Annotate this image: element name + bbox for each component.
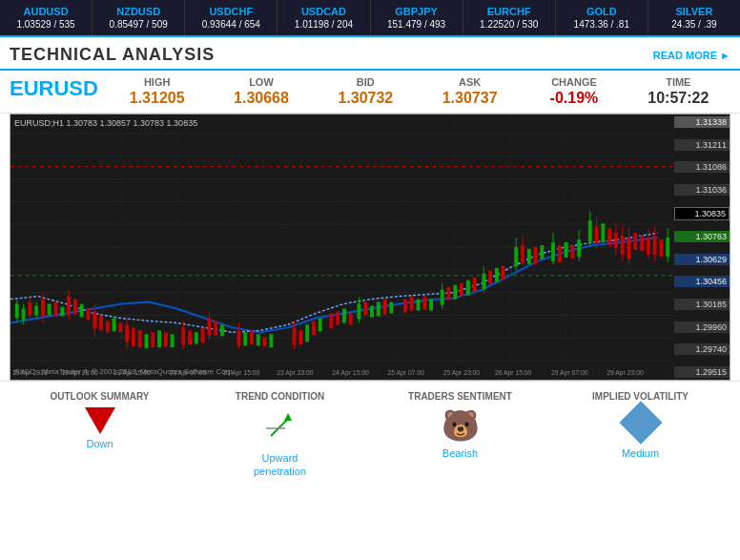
ticker-item-nzdusd[interactable]: NZDUSD 0.85497 / 509 — [92, 0, 185, 35]
svg-rect-37 — [60, 307, 64, 317]
ticker-name-7: SILVER — [656, 6, 732, 17]
svg-rect-95 — [429, 300, 433, 311]
ticker-item-usdcad[interactable]: USDCAD 1.01198 / 204 — [278, 0, 370, 35]
svg-rect-71 — [257, 334, 260, 345]
svg-rect-48 — [118, 322, 122, 332]
price-label-2: 1.31086 — [674, 161, 730, 173]
stat-ask-label: ASK — [432, 76, 508, 88]
svg-rect-88 — [377, 302, 380, 317]
svg-rect-82 — [342, 309, 346, 323]
svg-rect-100 — [460, 283, 463, 297]
svg-rect-94 — [422, 297, 426, 310]
ticker-name-6: GOLD — [564, 6, 640, 17]
ticker-value-4: 151.479 / 493 — [379, 19, 455, 30]
ticker-name-2: USDCHF — [193, 6, 269, 17]
indicator-trend: TREND CONDITION Upwardpenetration — [190, 391, 370, 479]
svg-rect-114 — [540, 245, 544, 259]
svg-marker-157 — [284, 413, 292, 421]
svg-rect-42 — [86, 309, 90, 321]
ticker-item-usdchf[interactable]: USDCHF 0.93644 / 654 — [185, 0, 278, 35]
svg-rect-140 — [659, 239, 663, 257]
svg-rect-119 — [570, 245, 574, 259]
indicator-outlook-title: OUTLOOK SUMMARY — [10, 391, 190, 402]
svg-rect-99 — [453, 285, 457, 300]
svg-rect-53 — [145, 334, 149, 348]
price-label-9: 1.29740 — [674, 343, 730, 355]
stat-change: CHANGE -0.19% — [536, 76, 612, 107]
price-label-7: 1.30185 — [674, 299, 730, 310]
diamond-icon — [619, 401, 662, 444]
svg-rect-117 — [558, 245, 562, 262]
ticker-value-6: 1473.36 / .81 — [564, 19, 640, 30]
svg-rect-83 — [349, 314, 353, 325]
section-title: TECHNICAL ANALYSIS — [10, 45, 215, 65]
svg-rect-134 — [633, 233, 637, 250]
price-label-bid: 1.30835 — [674, 207, 730, 220]
svg-rect-65 — [214, 321, 217, 335]
ticker-name-1: NZDUSD — [100, 6, 176, 17]
svg-rect-98 — [447, 287, 451, 301]
ticker-name-5: EURCHF — [471, 6, 547, 17]
instrument-name: EURUSD — [10, 76, 105, 101]
svg-rect-69 — [243, 332, 247, 345]
price-label-10: 1.29515 — [674, 366, 730, 378]
ticker-value-2: 0.93644 / 654 — [193, 19, 269, 30]
price-label-0: 1.31338 — [674, 116, 730, 128]
ticker-item-silver[interactable]: SILVER 24.35 / .39 — [648, 0, 740, 35]
stat-high-label: HIGH — [119, 76, 195, 88]
svg-rect-54 — [151, 332, 154, 347]
ticker-item-gold[interactable]: GOLD 1473.36 / .81 — [556, 0, 648, 35]
down-arrow-icon — [85, 407, 115, 434]
stat-low-label: LOW — [223, 76, 299, 88]
svg-rect-47 — [113, 318, 116, 331]
price-labels: 1.31338 1.31211 1.31086 1.31036 1.30835 … — [674, 114, 730, 380]
svg-rect-51 — [132, 327, 135, 346]
price-label-8: 1.29960 — [674, 321, 730, 333]
svg-rect-105 — [488, 271, 492, 284]
ticker-item-eurchf[interactable]: EURCHF 1.22520 / 530 — [463, 0, 556, 35]
stat-change-label: CHANGE — [536, 76, 612, 88]
chart-svg: 19 Apr 2013 19 Apr 23:00 22 Apr 15:00 23… — [10, 114, 674, 380]
svg-rect-90 — [389, 302, 393, 314]
ticker-bar: AUDUSD 1.03529 / 535 NZDUSD 0.85497 / 50… — [0, 0, 740, 37]
svg-text:29 Apr 23:00: 29 Apr 23:00 — [606, 369, 644, 377]
instrument-row: EURUSD HIGH 1.31205 LOW 1.30668 BID 1.30… — [0, 71, 740, 114]
svg-rect-55 — [157, 330, 161, 347]
svg-rect-101 — [466, 280, 470, 296]
stat-bid-label: BID — [327, 76, 403, 88]
ticker-value-5: 1.22520 / 530 — [471, 19, 547, 30]
read-more-link[interactable]: READ MORE ► — [653, 50, 730, 61]
chart-watermark: FXCC - MetaTrader 4, © 2001-2013, MetaQu… — [14, 367, 235, 376]
indicator-trend-title: TREND CONDITION — [190, 391, 370, 402]
svg-rect-79 — [319, 318, 322, 331]
indicator-sentiment: TRADERS SENTIMENT 🐻 Bearish — [370, 391, 550, 479]
svg-rect-57 — [171, 334, 175, 347]
svg-rect-86 — [363, 302, 367, 316]
svg-rect-73 — [269, 334, 273, 347]
chart-container: 19 Apr 2013 19 Apr 23:00 22 Apr 15:00 23… — [10, 114, 730, 381]
ticker-name-0: AUDUSD — [8, 6, 84, 17]
svg-rect-72 — [263, 337, 267, 346]
price-label-5: 1.30629 — [674, 254, 730, 265]
upward-penetration-icon — [261, 407, 299, 444]
svg-rect-61 — [195, 332, 198, 343]
svg-rect-106 — [495, 268, 499, 282]
stat-bid-value: 1.30732 — [327, 90, 403, 107]
svg-rect-107 — [502, 266, 505, 280]
svg-text:26 Apr 15:00: 26 Apr 15:00 — [495, 369, 532, 377]
indicator-outlook: OUTLOOK SUMMARY Down — [10, 391, 190, 479]
price-label-3: 1.31036 — [674, 184, 730, 196]
svg-rect-92 — [410, 297, 414, 311]
ticker-name-4: GBPJPY — [379, 6, 455, 17]
svg-rect-62 — [201, 327, 205, 342]
svg-rect-112 — [527, 249, 531, 264]
ticker-item-gbpjpy[interactable]: GBPJPY 151.479 / 493 — [371, 0, 463, 35]
stat-ask: ASK 1.30737 — [432, 76, 508, 107]
svg-text:24 Apr 15:00: 24 Apr 15:00 — [332, 369, 369, 377]
indicator-trend-label: Upwardpenetration — [190, 451, 370, 479]
svg-rect-127 — [607, 228, 611, 245]
svg-rect-46 — [106, 321, 110, 332]
svg-rect-126 — [601, 223, 605, 242]
stat-low-value: 1.30668 — [223, 90, 299, 107]
ticker-item-audusd[interactable]: AUDUSD 1.03529 / 535 — [0, 0, 92, 35]
